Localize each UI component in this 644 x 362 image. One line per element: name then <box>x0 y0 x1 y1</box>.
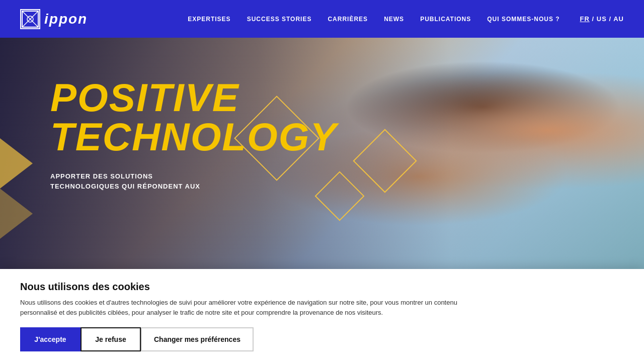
logo-icon <box>20 9 40 29</box>
lang-fr[interactable]: FR <box>580 15 590 23</box>
arrow-shape-1 <box>0 138 33 189</box>
refuse-cookies-button[interactable]: Je refuse <box>80 327 141 351</box>
lang-au[interactable]: AU <box>613 15 624 23</box>
nav-qui-sommes-nous[interactable]: QUI SOMMES-NOUS ? <box>487 16 559 23</box>
site-header: ippon EXPERTISES SUCCESS STORIES CARRIÈR… <box>0 0 644 38</box>
hero-content: POSITIVE TECHNOLOGY APPORTER DES SOLUTIO… <box>50 78 337 191</box>
hero-subtitle: APPORTER DES SOLUTIONS TECHNOLOGIQUES QU… <box>50 171 337 191</box>
language-switcher[interactable]: FR / US / AU <box>580 15 624 23</box>
hero-headline-2: TECHNOLOGY <box>50 117 337 156</box>
hero-headline-1: POSITIVE <box>50 78 337 117</box>
arrow-shape-2 <box>0 189 33 239</box>
cookie-buttons: J'accepte Je refuse Changer mes préféren… <box>20 327 624 351</box>
hero-section: POSITIVE TECHNOLOGY APPORTER DES SOLUTIO… <box>0 38 644 269</box>
lang-separator2: / <box>609 15 613 23</box>
cookie-description: Nous utilisons des cookies et d'autres t… <box>20 298 473 317</box>
logo-text: ippon <box>44 11 88 27</box>
diamond-shape-2 <box>353 129 417 193</box>
nav-publications[interactable]: PUBLICATIONS <box>420 16 471 23</box>
logo-area[interactable]: ippon <box>20 9 88 29</box>
nav-success-stories[interactable]: SUCCESS STORIES <box>247 16 312 23</box>
hero-subtitle-line2: TECHNOLOGIQUES QUI RÉPONDENT AUX <box>50 182 337 192</box>
accept-cookies-button[interactable]: J'accepte <box>20 327 80 351</box>
lang-separator: / <box>592 15 597 23</box>
change-preferences-button[interactable]: Changer mes préférences <box>141 327 254 351</box>
hero-arrows <box>0 138 33 239</box>
cookie-banner: Nous utilisons des cookies Nous utilison… <box>0 269 644 362</box>
nav-news[interactable]: NEWS <box>384 16 404 23</box>
nav-expertises[interactable]: EXPERTISES <box>188 16 230 23</box>
lang-us[interactable]: US <box>597 15 607 23</box>
nav-carrieres[interactable]: CARRIÈRES <box>328 16 368 23</box>
hero-subtitle-line1: APPORTER DES SOLUTIONS <box>50 171 337 182</box>
cookie-title: Nous utilisons des cookies <box>20 281 624 293</box>
main-nav: EXPERTISES SUCCESS STORIES CARRIÈRES NEW… <box>188 16 559 23</box>
